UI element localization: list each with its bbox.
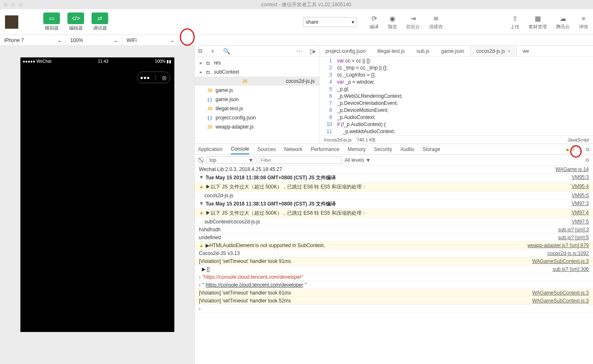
- devtools-tab-memory[interactable]: Memory: [348, 144, 366, 154]
- compile-button[interactable]: ⟳编译: [370, 14, 379, 30]
- warning-count[interactable]: ▲ 3: [565, 146, 574, 152]
- levels-select[interactable]: All levels ▼: [345, 157, 371, 163]
- compile-mode-select[interactable]: share▾: [303, 17, 357, 27]
- phone-preview[interactable]: ●●●●● WeChat 11:43 100% ▮▮ ●●● ◎: [20, 57, 174, 332]
- console-row[interactable]: ▶ []sub.js? [sm]:306: [195, 265, 593, 273]
- clear-cache-button[interactable]: ≋清缓存: [429, 14, 443, 30]
- popout-icon[interactable]: ⧉: [198, 47, 202, 54]
- popout-icon[interactable]: ⧉: [586, 146, 590, 152]
- gear-icon[interactable]: ⚙: [585, 157, 590, 163]
- tab-sub.js[interactable]: sub.js: [411, 46, 435, 56]
- device-select[interactable]: iPhone 7⌄: [0, 35, 66, 45]
- console-row[interactable]: ▼ Tue May 15 2018 11:38:13 GMT+0800 (CST…: [195, 200, 593, 209]
- chevron-down-icon: ⌄: [114, 37, 118, 43]
- grid-icon: ▦: [535, 14, 541, 23]
- debugger-button[interactable]: ⇄调试器: [92, 12, 108, 31]
- console-row[interactable]: hshdhsdhsub.js? [sm]:3: [195, 226, 593, 234]
- background-icon: ⇥: [410, 14, 416, 23]
- file-item-subContext[interactable]: ▸🗀subContext: [195, 67, 319, 77]
- window-title: context - 微信开发者工具 v1.02.1805140: [23, 1, 590, 8]
- close-traffic[interactable]: [3, 2, 8, 7]
- file-size: 740.1 KB: [357, 137, 375, 142]
- file-path: /cocos2d-js.js: [324, 137, 352, 142]
- tab-illegal-test.js[interactable]: illegal-test.js: [372, 46, 411, 56]
- tab-game.json[interactable]: game.json: [435, 46, 470, 56]
- console-row[interactable]: › "https://console.cloud.tencent.com/dev…: [195, 273, 593, 281]
- target-icon[interactable]: ◎: [162, 74, 166, 81]
- refresh-icon: ⟳: [372, 14, 377, 23]
- wechat-capsule[interactable]: ●●● ◎: [137, 72, 170, 83]
- minimize-traffic[interactable]: [11, 2, 15, 7]
- filter-input[interactable]: [259, 156, 342, 164]
- console-output[interactable]: Wechat Lib:2.0.3, 2018.4.25 18:45:27WAGa…: [195, 166, 593, 364]
- devtools-tab-performance[interactable]: Performance: [311, 144, 340, 154]
- devtools-tab-sources[interactable]: Sources: [258, 144, 276, 154]
- traffic-lights: [3, 2, 23, 7]
- tab-project.config.json[interactable]: project.config.json: [320, 46, 372, 56]
- devtools-tab-console[interactable]: Console: [231, 144, 249, 154]
- details-button[interactable]: ≡详情: [579, 14, 588, 30]
- network-select[interactable]: WiFi⌄: [122, 35, 179, 45]
- main-toolbar: ▭模拟器 </>编辑器 ⇄调试器 share▾ ⟳编译 ◉预览 ⇥切后台 ≋清缓…: [0, 9, 593, 35]
- zoom-traffic[interactable]: [18, 2, 23, 7]
- console-row[interactable]: [Violation] 'setTimeout' handler took 52…: [195, 297, 593, 305]
- search-icon[interactable]: 🔍: [223, 48, 230, 54]
- chevron-down-icon: ⌄: [170, 37, 174, 43]
- tencent-cloud-button[interactable]: ☁腾讯云: [556, 14, 570, 30]
- console-row[interactable]: Wechat Lib:2.0.3, 2018.4.25 18:45:27WAGa…: [195, 166, 593, 173]
- console-row[interactable]: ›: [195, 305, 593, 313]
- editor-tabs: project.config.jsonillegal-test.jssub.js…: [320, 46, 593, 57]
- debugger-label: 调试器: [93, 25, 107, 31]
- asset-mgmt-button[interactable]: ▦素材管理: [528, 14, 547, 30]
- kebab-icon[interactable]: ⋮: [578, 146, 583, 152]
- user-avatar[interactable]: [5, 15, 18, 29]
- upload-button[interactable]: ⇪上传: [510, 14, 519, 30]
- file-toolbar: ⧉ ＋ 🔍 ⋯ ▯▸: [195, 46, 319, 57]
- file-item-illegal-test.js[interactable]: JSillegal-test.js: [195, 104, 319, 113]
- console-row[interactable]: subContext/cocos2d-js.jsVM97:5: [195, 218, 593, 226]
- tab-we[interactable]: we: [517, 46, 535, 56]
- devtools-tab-security[interactable]: Security: [374, 144, 392, 154]
- dock-icon[interactable]: ▯▸: [310, 48, 316, 54]
- more-icon[interactable]: ⋯: [296, 48, 302, 54]
- code-editor[interactable]: 123456789101112 var cc = cc || {};cc._tm…: [320, 57, 593, 135]
- file-item-game.json[interactable]: { }game.json: [195, 95, 319, 104]
- simulator-pane: ●●●●● WeChat 11:43 100% ▮▮ ●●● ◎: [0, 46, 195, 364]
- tab-cocos2d-js.js[interactable]: cocos2d-js.js ×: [470, 46, 517, 56]
- devtools-tab-network[interactable]: Network: [284, 144, 303, 154]
- chevron-down-icon: ▼: [248, 157, 253, 163]
- preview-button[interactable]: ◉预览: [388, 14, 397, 30]
- console-row[interactable]: cocos2d-js.jsVM95:5: [195, 192, 593, 200]
- console-row[interactable]: ‹ "https://console.cloud.tencent.com/dev…: [195, 281, 593, 289]
- devtools-tab-application[interactable]: Application: [198, 144, 223, 154]
- editor-label: 编辑器: [69, 25, 83, 31]
- file-item-game.js[interactable]: JSgame.js: [195, 86, 319, 95]
- console-row[interactable]: undefinedsub.js? [sm]:5: [195, 234, 593, 242]
- file-item-cocos2d-js.js[interactable]: JScocos2d-js.js: [195, 77, 319, 86]
- console-row[interactable]: ▼ Tue May 15 2018 11:38:08 GMT+0800 (CST…: [195, 173, 593, 183]
- chevron-down-icon: ⌄: [57, 37, 62, 43]
- console-row[interactable]: Cocos2d-JS v3.13cocos2d-js.js:1092: [195, 250, 593, 258]
- devtools-tab-audits[interactable]: Audits: [400, 144, 414, 154]
- devtools-tab-storage[interactable]: Storage: [423, 144, 440, 154]
- console-row[interactable]: [Violation] 'setTimeout' handler took 91…: [195, 258, 593, 265]
- console-row[interactable]: [Violation] 'setTimeout' handler took 61…: [195, 289, 593, 297]
- background-button[interactable]: ⇥切后台: [406, 14, 420, 30]
- clear-cache-label: 清缓存: [429, 24, 443, 30]
- zoom-select[interactable]: 100%⌄: [66, 35, 123, 45]
- file-item-project.config.json[interactable]: { }project.config.json: [195, 113, 319, 122]
- simulator-button[interactable]: ▭模拟器: [43, 12, 60, 31]
- console-filterbar: top▼ All levels ▼ ⚙: [195, 155, 593, 166]
- clear-console-icon[interactable]: [198, 157, 204, 163]
- context-select[interactable]: top▼: [206, 156, 256, 164]
- details-label: 详情: [579, 24, 588, 30]
- console-row[interactable]: ▲ ▶HTMLAudioElement is not supported in …: [195, 242, 593, 250]
- editor-button[interactable]: </>编辑器: [67, 12, 84, 31]
- plus-icon[interactable]: ＋: [210, 47, 216, 55]
- console-row[interactable]: ▲ ▶以下 JS 文件过大（超过 500K），已跳过 ES6 转 ES5 和压缩…: [195, 183, 593, 192]
- console-row[interactable]: ▲ ▶以下 JS 文件过大（超过 500K），已跳过 ES6 转 ES5 和压缩…: [195, 209, 593, 218]
- upload-label: 上传: [510, 24, 519, 30]
- file-item-weapp-adapter.js[interactable]: JSweapp-adapter.js: [195, 122, 319, 131]
- more-icon[interactable]: ●●●: [140, 74, 150, 81]
- file-item-res[interactable]: ▸🗀res: [195, 58, 319, 67]
